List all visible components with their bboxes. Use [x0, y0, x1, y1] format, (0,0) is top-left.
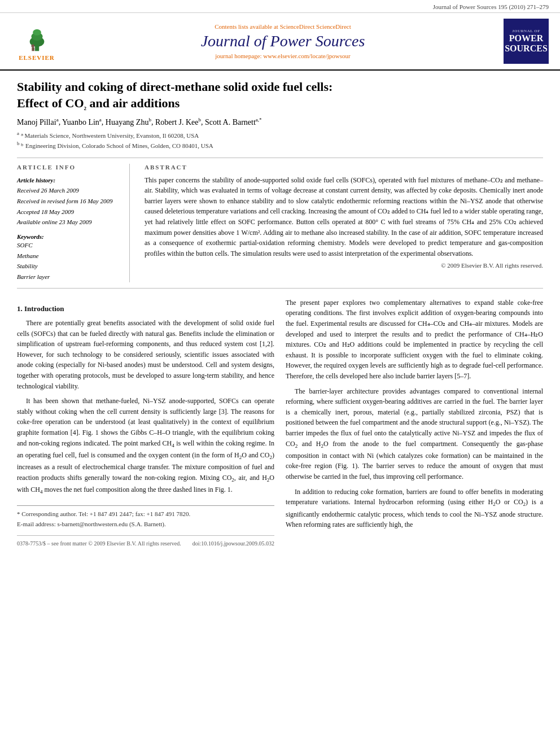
- body-col-left: 1. Introduction There are potentially gr…: [17, 298, 274, 548]
- keywords-label: Keywords:: [17, 233, 121, 240]
- journal-homepage: journal homepage: www.elsevier.com/locat…: [62, 53, 504, 59]
- title-line1: Stability and coking of direct-methane s…: [17, 80, 333, 94]
- article-history: Article history: Received 26 March 2009 …: [17, 175, 121, 228]
- doi-text: doi:10.1016/j.jpowsour.2009.05.032: [193, 539, 274, 548]
- received-date: Received 26 March 2009: [17, 185, 121, 196]
- section1-para1: There are potentially great benefits ass…: [17, 318, 274, 391]
- abstract-heading: ABSTRACT: [145, 164, 543, 171]
- abstract-col: ABSTRACT This paper concerns the stabili…: [141, 164, 543, 282]
- power-sources-logo: JOURNAL OF POWERSOURCES: [504, 19, 549, 64]
- citation-text: Journal of Power Sources 195 (2010) 271–…: [433, 3, 549, 10]
- keyword-methane: Methane: [17, 251, 121, 261]
- history-label: Article history:: [17, 175, 121, 186]
- abstract-text: This paper concerns the stability of ano…: [145, 175, 543, 259]
- footnote-corresponding: * Corresponding author. Tel: +1 847 491 …: [17, 509, 274, 519]
- journal-name: Journal of Power Sources: [62, 32, 504, 50]
- bottom-bar: 0378-7753/$ – see front matter © 2009 El…: [17, 535, 274, 548]
- elsevier-brand-text: ELSEVIER: [19, 54, 55, 61]
- sciencedirect-text: Contents lists available at ScienceDirec…: [62, 23, 504, 30]
- right-para1: The present paper explores two complemen…: [286, 298, 543, 382]
- journal-header: ELSEVIER Contents lists available at Sci…: [0, 13, 560, 71]
- keywords-list: SOFC Methane Stability Barrier layer: [17, 240, 121, 282]
- logo-power-text: POWERSOURCES: [505, 33, 548, 53]
- keyword-barrier: Barrier layer: [17, 272, 121, 282]
- body-col-right: The present paper explores two complemen…: [286, 298, 543, 548]
- keyword-stability: Stability: [17, 261, 121, 272]
- svg-point-4: [31, 44, 34, 47]
- affiliations: a ᵃ Materials Science, Northwestern Univ…: [17, 130, 543, 150]
- svg-rect-5: [32, 47, 34, 50]
- top-bar: Journal of Power Sources 195 (2010) 271–…: [0, 0, 560, 13]
- title-line2: Effect of CO2 and air additions: [17, 96, 180, 110]
- right-para2: The barrier-layer architecture provides …: [286, 386, 543, 482]
- right-para3: In addition to reducing coke formation, …: [286, 487, 543, 530]
- svg-point-3: [33, 29, 41, 35]
- info-abstract-row: ARTICLE INFO Article history: Received 2…: [17, 158, 543, 289]
- main-content: Stability and coking of direct-methane s…: [0, 71, 560, 559]
- body-columns: 1. Introduction There are potentially gr…: [17, 298, 543, 548]
- article-title: Stability and coking of direct-methane s…: [17, 79, 543, 112]
- keywords-section: Keywords: SOFC Methane Stability Barrier…: [17, 233, 121, 282]
- footnote-email: E-mail address: s-barnett@northwestern.e…: [17, 519, 274, 530]
- article-info-col: ARTICLE INFO Article history: Received 2…: [17, 164, 130, 282]
- logo-journal-text: JOURNAL OF: [512, 29, 540, 33]
- available-date: Available online 23 May 2009: [17, 217, 121, 228]
- keyword-sofc: SOFC: [17, 240, 121, 251]
- footer-area: * Corresponding author. Tel: +1 847 491 …: [17, 505, 274, 529]
- authors: Manoj Pillaia, Yuanbo Lina, Huayang Zhub…: [17, 117, 543, 127]
- accepted-date: Accepted 18 May 2009: [17, 207, 121, 217]
- revised-date: Received in revised form 16 May 2009: [17, 196, 121, 207]
- elsevier-tree-icon: [21, 22, 53, 53]
- elsevier-logo: ELSEVIER: [11, 22, 62, 61]
- section1-heading: 1. Introduction: [17, 303, 274, 314]
- article-info-heading: ARTICLE INFO: [17, 164, 121, 171]
- copyright-line: © 2009 Elsevier B.V. All rights reserved…: [145, 262, 543, 269]
- journal-title-center: Contents lists available at ScienceDirec…: [62, 23, 504, 59]
- section1-para2: It has been shown that methane-fueled, N…: [17, 396, 274, 496]
- page-container: Journal of Power Sources 195 (2010) 271–…: [0, 0, 560, 747]
- issn-text: 0378-7753/$ – see front matter © 2009 El…: [17, 539, 181, 548]
